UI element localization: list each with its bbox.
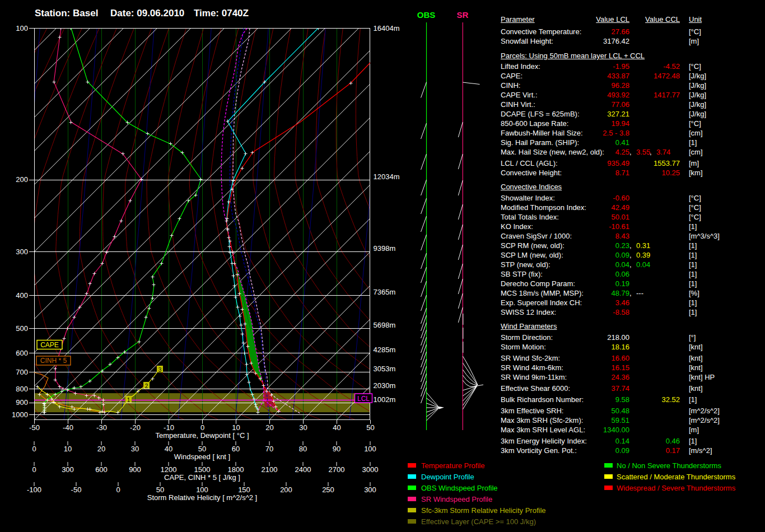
svg-text:5698m: 5698m: [374, 321, 396, 329]
svg-text:30: 30: [299, 423, 307, 432]
svg-text:OBS: OBS: [417, 10, 436, 20]
svg-text:0: 0: [116, 486, 120, 494]
svg-text:2: 2: [145, 383, 148, 389]
svg-text:CAPE: CAPE: [40, 341, 59, 349]
svg-text:SR: SR: [457, 10, 469, 20]
svg-text:-30: -30: [96, 423, 107, 432]
svg-text:10: 10: [232, 423, 240, 432]
svg-text:LCL: LCL: [357, 395, 370, 403]
svg-text:-50: -50: [29, 423, 40, 432]
svg-text:800: 800: [16, 385, 28, 393]
svg-text:60: 60: [232, 445, 240, 453]
svg-text:9398m: 9398m: [374, 244, 396, 253]
svg-text:1: 1: [127, 397, 130, 403]
svg-text:250: 250: [322, 486, 334, 494]
svg-text:1800: 1800: [228, 465, 244, 474]
svg-text:CINH * 5: CINH * 5: [40, 357, 67, 365]
svg-text:1002m: 1002m: [374, 395, 396, 404]
svg-text:4285m: 4285m: [374, 346, 396, 354]
svg-text:No / Non Severe Thunderstorms: No / Non Severe Thunderstorms: [617, 461, 721, 470]
svg-text:50: 50: [366, 423, 374, 432]
svg-text:Sfc-3km Storm Relative Helicit: Sfc-3km Storm Relative Helicity Profile: [421, 506, 546, 515]
svg-text:2700: 2700: [329, 465, 345, 474]
svg-text:50: 50: [198, 445, 206, 453]
svg-text:20: 20: [265, 423, 273, 432]
svg-text:Temperature, Dewpoint [ °C ]: Temperature, Dewpoint [ °C ]: [155, 431, 249, 440]
svg-text:20: 20: [97, 445, 105, 453]
svg-text:-50: -50: [71, 486, 82, 494]
svg-text:30: 30: [131, 445, 139, 453]
svg-text:3053m: 3053m: [374, 365, 396, 373]
svg-text:Dewpoint Profile: Dewpoint Profile: [421, 473, 474, 481]
svg-text:-100: -100: [27, 486, 41, 494]
svg-text:7365m: 7365m: [374, 288, 396, 296]
svg-text:600: 600: [95, 465, 108, 474]
svg-text:40: 40: [165, 445, 172, 453]
svg-text:900: 900: [129, 465, 141, 474]
svg-text:-20: -20: [130, 423, 141, 432]
svg-text:90: 90: [333, 445, 340, 453]
svg-text:700: 700: [16, 368, 28, 376]
svg-text:600: 600: [16, 349, 28, 357]
svg-text:200: 200: [280, 486, 292, 494]
svg-text:12034m: 12034m: [374, 172, 400, 181]
svg-text:3000: 3000: [362, 465, 379, 474]
svg-text:Widespread / Severe Thundersto: Widespread / Severe Thunderstorms: [617, 484, 736, 492]
svg-text:Temperature Profile: Temperature Profile: [421, 461, 484, 470]
svg-text:50: 50: [156, 486, 164, 494]
svg-text:SR Windspeed Profile: SR Windspeed Profile: [421, 495, 492, 503]
svg-text:200: 200: [16, 175, 28, 184]
svg-text:CAPE, CINH * 5 [ J/kg ]: CAPE, CINH * 5 [ J/kg ]: [164, 473, 240, 482]
svg-text:Windspeed [ knt ]: Windspeed [ knt ]: [174, 452, 230, 461]
svg-text:2100: 2100: [262, 465, 278, 474]
svg-text:400: 400: [16, 291, 28, 300]
svg-text:1500: 1500: [194, 465, 211, 474]
svg-text:40: 40: [333, 423, 340, 432]
svg-text:300: 300: [364, 486, 376, 494]
svg-text:16404m: 16404m: [374, 24, 400, 32]
svg-text:3: 3: [158, 367, 162, 373]
svg-text:0: 0: [32, 445, 36, 453]
svg-text:100: 100: [16, 24, 28, 32]
svg-text:0: 0: [200, 423, 204, 432]
svg-text:80: 80: [299, 445, 307, 453]
svg-text:500: 500: [16, 324, 28, 333]
svg-text:-40: -40: [63, 423, 73, 432]
svg-text:150: 150: [238, 486, 250, 494]
svg-text:2030m: 2030m: [374, 381, 396, 390]
svg-text:Storm Relative Helicity [ m^2: Storm Relative Helicity [ m^2/s^2 ]: [147, 493, 257, 502]
svg-text:300: 300: [62, 465, 74, 474]
svg-text:OBS Windspeed Profile: OBS Windspeed Profile: [421, 484, 498, 492]
svg-text:70: 70: [265, 445, 273, 453]
svg-text:900: 900: [16, 398, 28, 407]
svg-text:0: 0: [32, 465, 36, 474]
svg-text:1200: 1200: [161, 465, 177, 474]
svg-text:100: 100: [364, 445, 376, 453]
svg-text:300: 300: [16, 248, 28, 256]
svg-text:10: 10: [64, 445, 72, 453]
svg-text:1000: 1000: [12, 410, 28, 419]
svg-text:-10: -10: [164, 423, 174, 432]
svg-text:2400: 2400: [295, 465, 311, 474]
svg-text:Scattered / Moderate Thunderst: Scattered / Moderate Thunderstorms: [617, 473, 736, 481]
svg-text:100: 100: [196, 486, 208, 494]
svg-text:Effective Layer (CAPE >= 100 J: Effective Layer (CAPE >= 100 J/kg): [421, 517, 536, 526]
